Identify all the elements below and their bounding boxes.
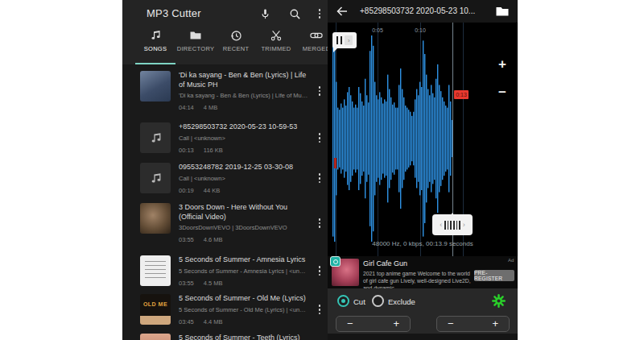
song-meta: 00:1944 KB — [179, 187, 308, 194]
album-art-placeholder — [140, 122, 171, 153]
song-row[interactable]: 5 Seconds of Summer - Teeth (Lyrics) — [140, 334, 328, 340]
slider-left-arrow: ‹ — [440, 221, 442, 229]
folder-icon — [189, 29, 202, 42]
ad-info-icon[interactable] — [330, 256, 341, 267]
audio-info-text: 48000 Hz, 0 kbps, 00:13.9 seconds — [328, 240, 518, 247]
trim-controls: Cut Exclude — [328, 288, 518, 334]
mic-icon[interactable] — [258, 6, 272, 21]
editor-title: +85298503732 2020-05-23 10... — [360, 6, 475, 15]
time-tick: 0:05 — [372, 27, 383, 33]
album-art: OLD ME — [140, 294, 171, 325]
folder-icon[interactable] — [495, 5, 510, 18]
song-title: 09553248782 2019-12-25 03-30-08 — [179, 163, 308, 172]
pause-icon — [336, 36, 343, 44]
tab-directory[interactable]: DIRECTORY — [175, 29, 216, 64]
song-title: +85298503732 2020-05-23 10-59-53 — [179, 122, 308, 132]
song-subtitle: Call | <unknown> — [179, 135, 308, 142]
link-icon — [310, 29, 323, 42]
song-subtitle: 3DoorsDownVEVO | 3DoorsDownVEVO — [179, 224, 308, 231]
song-meta: 00:13116 KB — [179, 147, 308, 154]
tab-songs[interactable]: SONGS — [135, 29, 175, 64]
song-row[interactable]: 'Di ka sayang - Ben & Ben (Lyrics) | Lif… — [140, 71, 328, 111]
album-art-placeholder — [140, 163, 171, 193]
song-subtitle: 5 Seconds of Summer - Amnesia Lyrics | <… — [179, 267, 308, 275]
song-meta: 04:144 MB — [179, 104, 308, 111]
song-title: 'Di ka sayang - Ben & Ben (Lyrics) | Lif… — [179, 71, 308, 89]
settings-gear-icon[interactable] — [492, 294, 506, 308]
song-meta: 03:554.6 MB — [179, 236, 308, 243]
end-marker-label[interactable]: 0:13 — [454, 90, 469, 99]
app-header: MP3 Cutter — [122, 0, 328, 64]
exclude-radio[interactable] — [372, 295, 384, 307]
song-menu-icon[interactable] — [312, 203, 328, 243]
zoom-out-button[interactable]: − — [493, 83, 512, 102]
song-subtitle: 5 Seconds of Summer - Old Me (Lyrics) | … — [179, 306, 308, 313]
album-art — [140, 71, 171, 102]
exclude-label[interactable]: Exclude — [388, 297, 415, 306]
playback-bubble[interactable]: › — [332, 32, 357, 48]
waveform[interactable] — [332, 34, 453, 243]
cut-radio[interactable] — [337, 295, 349, 307]
album-art — [140, 255, 171, 286]
waveform-panel[interactable]: 0:05 0:10 0:13 › + − ‹ › 48000 Hz, 0 kbp… — [328, 23, 518, 256]
song-row[interactable]: OLD ME 5 Seconds of Summer - Old Me (Lyr… — [140, 294, 328, 325]
search-icon[interactable] — [287, 6, 302, 21]
tab-label: SONGS — [144, 45, 167, 52]
decrement-button[interactable]: − — [448, 317, 454, 331]
app-title: MP3 Cutter — [147, 7, 201, 19]
overflow-menu-icon[interactable] — [312, 6, 327, 21]
song-title: 5 Seconds of Summer - Amnesia Lyrics — [179, 255, 308, 265]
active-tab-underline — [135, 63, 175, 64]
song-menu-icon[interactable] — [312, 122, 328, 154]
increment-button[interactable]: + — [393, 317, 399, 331]
trim-editor-app: +85298503732 2020-05-23 10... 0:05 0:10 … — [328, 0, 518, 340]
tab-label: DIRECTORY — [177, 45, 215, 52]
screenshot-canvas: MP3 Cutter — [0, 0, 644, 340]
album-art — [140, 334, 171, 340]
tab-label: RECENT — [223, 45, 250, 52]
song-subtitle: Call | <unknown> — [179, 175, 308, 182]
song-row[interactable]: 5 Seconds of Summer - Amnesia Lyrics 5 S… — [140, 255, 328, 287]
tab-trimmed[interactable]: TRIMMED — [256, 29, 296, 64]
tab-bar: SONGS DIRECTORY — [135, 29, 328, 64]
song-menu-icon[interactable] — [312, 294, 328, 325]
song-menu-icon[interactable] — [312, 71, 328, 111]
song-row[interactable]: +85298503732 2020-05-23 10-59-53 Call | … — [140, 122, 328, 154]
song-menu-icon[interactable] — [312, 334, 328, 340]
history-icon — [229, 29, 242, 42]
tab-label: MERGED — [303, 45, 328, 52]
song-title: 5 Seconds of Summer - Old Me (Lyrics) — [179, 294, 308, 304]
scissors-icon — [270, 29, 283, 42]
ad-thumbnail — [332, 259, 359, 286]
tab-recent[interactable]: RECENT — [216, 29, 256, 64]
song-meta: 03:554.5 MB — [179, 280, 308, 287]
play-next-icon: › — [345, 35, 353, 45]
decrement-button[interactable]: − — [347, 317, 353, 331]
start-marker-handle[interactable] — [334, 158, 336, 168]
song-row[interactable]: 09553248782 2019-12-25 03-30-08 Call | <… — [140, 163, 328, 194]
song-row[interactable]: 3 Doors Down - Here Without You (Officia… — [140, 203, 328, 243]
tab-merged[interactable]: MERGED — [296, 29, 328, 64]
ad-banner[interactable]: Girl Cafe Gun 2021 top anime game Welcom… — [328, 256, 518, 288]
bottom-strip — [328, 334, 518, 340]
music-note-icon — [149, 29, 162, 42]
slider-right-arrow: › — [463, 221, 465, 229]
zoom-in-button[interactable]: + — [493, 55, 512, 74]
song-menu-icon[interactable] — [312, 163, 328, 194]
ad-title: Girl Cafe Gun — [363, 259, 407, 267]
mode-selector: Cut Exclude — [328, 292, 518, 310]
ad-mark: Ad — [508, 258, 514, 263]
song-menu-icon[interactable] — [312, 255, 328, 287]
editor-header: +85298503732 2020-05-23 10... — [328, 0, 518, 23]
position-slider-handle[interactable]: ‹ › — [432, 214, 473, 235]
tab-label: TRIMMED — [261, 45, 291, 52]
slider-grip-icon — [444, 221, 460, 230]
increment-button[interactable]: + — [492, 317, 498, 331]
pre-register-button[interactable]: PRE-REGISTER — [474, 270, 514, 281]
back-icon[interactable] — [336, 5, 349, 18]
time-tick: 0:10 — [415, 27, 426, 33]
cut-label[interactable]: Cut — [353, 297, 365, 306]
song-title: 5 Seconds of Summer - Teeth (Lyrics) — [179, 334, 308, 340]
song-title: 3 Doors Down - Here Without You (Officia… — [179, 203, 308, 222]
song-meta: 03:454.4 MB — [179, 318, 308, 325]
